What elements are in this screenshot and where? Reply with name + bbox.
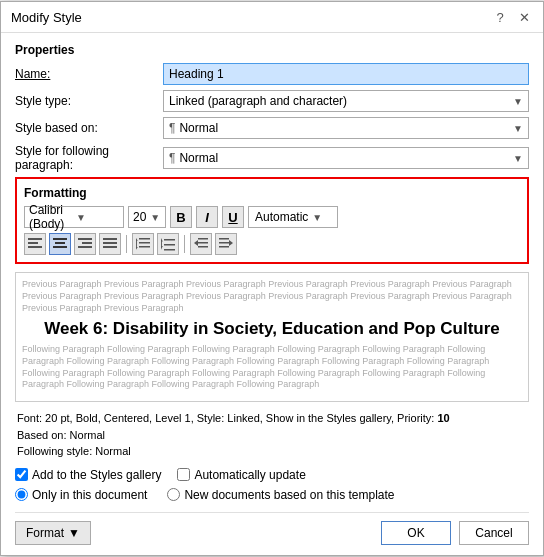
dialog-title: Modify Style (11, 10, 82, 25)
add-to-gallery-checkbox[interactable] (15, 468, 28, 481)
increase-indent-button[interactable] (215, 233, 237, 255)
svg-marker-27 (194, 240, 198, 246)
name-input[interactable]: Heading 1 (163, 63, 529, 85)
info-line3: Following style: Normal (17, 445, 131, 457)
radio-row: Only in this document New documents base… (15, 488, 529, 502)
add-to-gallery-label[interactable]: Add to the Styles gallery (15, 468, 161, 482)
name-value: Heading 1 (169, 67, 523, 81)
line-spacing-button[interactable] (132, 233, 154, 255)
pilcrow-icon2: ¶ (169, 151, 175, 165)
svg-rect-8 (78, 238, 92, 240)
previous-paragraph-text: Previous Paragraph Previous Paragraph Pr… (22, 279, 522, 314)
only-this-doc-label[interactable]: Only in this document (15, 488, 147, 502)
svg-rect-5 (55, 242, 65, 244)
svg-rect-4 (53, 238, 67, 240)
underline-button[interactable]: U (222, 206, 244, 228)
style-type-dropdown[interactable]: Linked (paragraph and character) ▼ (163, 90, 529, 112)
following-paragraph-text: Following Paragraph Following Paragraph … (22, 344, 522, 391)
style-following-row: Style for following paragraph: ¶ Normal … (15, 144, 529, 172)
svg-marker-19 (136, 238, 138, 250)
font-arrow: ▼ (76, 212, 119, 223)
style-based-value: Normal (179, 121, 509, 135)
svg-rect-9 (82, 242, 92, 244)
color-value: Automatic (255, 210, 308, 224)
decrease-indent-button[interactable] (190, 233, 212, 255)
font-dropdown[interactable]: Calibri (Body) ▼ (24, 206, 124, 228)
font-name: Calibri (Body) (29, 203, 72, 231)
svg-rect-28 (219, 238, 229, 240)
title-bar: Modify Style ? ✕ (1, 2, 543, 33)
style-type-arrow: ▼ (513, 96, 523, 107)
font-size: 20 (133, 210, 146, 224)
heading-preview: Week 6: Disability in Society, Education… (22, 318, 522, 340)
only-this-doc-radio[interactable] (15, 488, 28, 501)
svg-rect-14 (103, 246, 117, 248)
format-button-label: Format (26, 526, 64, 540)
align-left-button[interactable] (24, 233, 46, 255)
dialog-content: Properties Name: Heading 1 Style type: L… (1, 33, 543, 555)
new-docs-label[interactable]: New documents based on this template (167, 488, 394, 502)
style-type-row: Style type: Linked (paragraph and charac… (15, 90, 529, 112)
align-right-button[interactable] (74, 233, 96, 255)
bold-button[interactable]: B (170, 206, 192, 228)
svg-rect-1 (28, 242, 38, 244)
style-following-value: Normal (179, 151, 509, 165)
svg-rect-12 (103, 238, 117, 240)
ok-button[interactable]: OK (381, 521, 451, 545)
name-label: Name: (15, 67, 163, 81)
svg-rect-24 (198, 238, 208, 240)
formatting-label: Formatting (24, 186, 520, 200)
help-button[interactable]: ? (491, 8, 509, 26)
svg-rect-18 (139, 246, 150, 248)
cancel-button[interactable]: Cancel (459, 521, 529, 545)
bottom-checks: Add to the Styles gallery Automatically … (15, 468, 529, 482)
auto-update-label[interactable]: Automatically update (177, 468, 305, 482)
svg-rect-20 (164, 239, 175, 241)
color-arrow: ▼ (312, 212, 331, 223)
svg-rect-10 (78, 246, 92, 248)
style-following-arrow: ▼ (513, 153, 523, 164)
properties-label: Properties (15, 43, 529, 57)
modify-style-dialog: Modify Style ? ✕ Properties Name: Headin… (0, 1, 544, 556)
svg-rect-16 (139, 238, 150, 240)
svg-rect-25 (198, 242, 208, 244)
only-this-doc-text: Only in this document (32, 488, 147, 502)
style-based-dropdown[interactable]: ¶ Normal ▼ (163, 117, 529, 139)
svg-rect-30 (219, 246, 229, 248)
italic-button[interactable]: I (196, 206, 218, 228)
svg-rect-0 (28, 238, 42, 240)
info-text: Font: 20 pt, Bold, Centered, Level 1, St… (15, 410, 529, 460)
svg-marker-31 (229, 240, 233, 246)
footer-row: Format ▼ OK Cancel (15, 512, 529, 545)
align-center-button[interactable] (49, 233, 71, 255)
format-chevron-icon: ▼ (68, 526, 80, 540)
align-justify-button[interactable] (99, 233, 121, 255)
svg-rect-21 (164, 244, 175, 246)
svg-rect-29 (219, 242, 229, 244)
style-following-label: Style for following paragraph: (15, 144, 163, 172)
new-docs-radio[interactable] (167, 488, 180, 501)
ok-cancel-buttons: OK Cancel (381, 521, 529, 545)
svg-rect-26 (198, 246, 208, 248)
new-docs-text: New documents based on this template (184, 488, 394, 502)
svg-rect-2 (28, 246, 42, 248)
size-dropdown[interactable]: 20 ▼ (128, 206, 166, 228)
format-button[interactable]: Format ▼ (15, 521, 91, 545)
style-based-label: Style based on: (15, 121, 163, 135)
paragraph-spacing-button[interactable] (157, 233, 179, 255)
style-based-row: Style based on: ¶ Normal ▼ (15, 117, 529, 139)
svg-rect-22 (164, 249, 175, 251)
formatting-row1: Calibri (Body) ▼ 20 ▼ B I U Automatic ▼ (24, 206, 520, 228)
info-priority: 10 (437, 412, 449, 424)
auto-update-text: Automatically update (194, 468, 305, 482)
color-dropdown[interactable]: Automatic ▼ (248, 206, 338, 228)
preview-area: Previous Paragraph Previous Paragraph Pr… (15, 272, 529, 402)
title-bar-buttons: ? ✕ (491, 8, 533, 26)
style-type-label: Style type: (15, 94, 163, 108)
size-arrow: ▼ (150, 212, 161, 223)
name-row: Name: Heading 1 (15, 63, 529, 85)
auto-update-checkbox[interactable] (177, 468, 190, 481)
add-to-gallery-text: Add to the Styles gallery (32, 468, 161, 482)
style-following-dropdown[interactable]: ¶ Normal ▼ (163, 147, 529, 169)
close-button[interactable]: ✕ (515, 8, 533, 26)
